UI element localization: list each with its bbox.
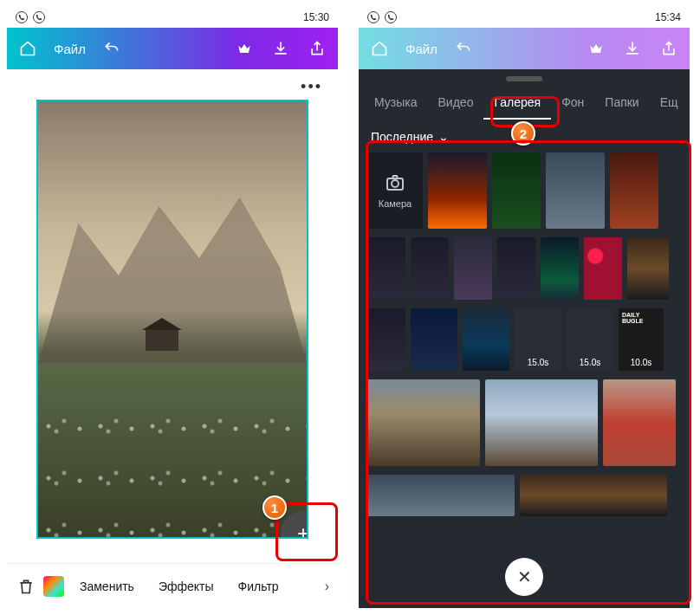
tab-music[interactable]: Музыка [364,87,428,120]
gallery-thumb[interactable] [603,379,676,466]
viber-icon [367,11,379,23]
gallery-thumb[interactable]: 15.0s [567,308,613,371]
close-button[interactable]: ✕ [505,558,543,596]
tab-folders[interactable]: Папки [594,87,649,120]
gallery-thumb[interactable] [411,237,449,300]
gallery-body: Последние ⌄ Камера [359,120,690,608]
chevron-down-icon: ⌄ [438,130,449,144]
gallery-thumb[interactable] [541,237,579,300]
chevron-right-icon[interactable]: › [325,579,329,594]
home-icon[interactable] [17,38,38,59]
gallery-thumb[interactable] [627,237,669,300]
crown-icon[interactable] [586,38,606,59]
tab-background[interactable]: Фон [551,87,594,120]
plus-icon: + [297,521,308,539]
gallery-thumb[interactable] [485,379,598,466]
trash-icon[interactable] [16,576,36,597]
app-toolbar: Файл [359,28,690,69]
gallery-thumb[interactable] [584,237,622,300]
more-icon[interactable]: ••• [7,69,338,100]
effects-button[interactable]: Эффекты [150,579,223,593]
editor-canvas-area: ••• + [7,69,338,563]
gallery-thumb[interactable] [367,475,515,516]
video-duration: 15.0s [515,358,561,367]
gallery-thumb[interactable] [497,237,535,300]
media-tabs: Музыка Видео Галерея Фон Папки Ещ [359,87,690,120]
gallery-filter-dropdown[interactable]: Последние ⌄ [367,130,681,144]
gallery-thumb[interactable] [454,237,492,300]
gallery-thumb[interactable] [520,475,667,516]
status-bar: 15:34 [359,7,690,28]
media-picker-panel: Музыка Видео Галерея Фон Папки Ещ Послед… [359,69,690,608]
file-menu[interactable]: Файл [54,42,86,56]
gallery-thumb[interactable] [546,152,605,229]
filter-button[interactable]: Фильтр [230,579,288,593]
close-icon: ✕ [517,566,532,587]
phone-screen-editor: 15:30 Файл ••• + Заменить Эффек [7,7,338,608]
undo-icon[interactable] [453,38,474,59]
design-canvas[interactable]: + [36,100,308,539]
viber-icon [33,11,45,23]
tab-more[interactable]: Ещ [650,87,689,120]
gallery-thumb[interactable]: 15.0s [515,308,561,371]
status-time: 15:34 [655,11,681,23]
color-picker-icon[interactable] [43,576,64,597]
tab-video[interactable]: Видео [428,87,484,120]
app-toolbar: Файл [7,28,338,69]
gallery-thumb[interactable] [367,379,480,466]
download-icon[interactable] [622,38,643,59]
undo-icon[interactable] [101,38,122,59]
gallery-thumb[interactable] [411,308,457,371]
video-duration: 15.0s [567,358,613,367]
tab-gallery[interactable]: Галерея [483,87,551,120]
bottom-toolbar: Заменить Эффекты Фильтр › [7,563,338,608]
camera-icon [385,172,405,193]
gallery-thumb[interactable] [367,308,405,371]
gallery-thumb[interactable] [428,152,487,229]
file-menu[interactable]: Файл [405,42,438,56]
home-icon[interactable] [369,38,390,59]
svg-point-1 [392,180,399,187]
camera-label: Камера [379,198,412,209]
gallery-thumb[interactable]: DAILY BUGLE10.0s [619,308,664,371]
phone-screen-gallery: 15:34 Файл Музыка Видео Галерея Фон Папк… [359,7,690,608]
download-icon[interactable] [270,38,291,59]
gallery-thumb[interactable] [463,308,509,371]
gallery-thumb[interactable] [610,152,658,229]
drag-handle[interactable] [506,76,542,81]
canvas-image [146,328,178,351]
crown-icon[interactable] [234,38,255,59]
status-time: 15:30 [303,11,329,23]
share-icon[interactable] [658,38,679,59]
filter-label: Последние [371,130,433,144]
camera-button[interactable]: Камера [367,152,423,229]
gallery-thumb[interactable] [367,237,405,300]
thumb-title: DAILY BUGLE [622,312,660,324]
share-icon[interactable] [307,38,327,59]
canvas-image [38,385,307,537]
status-bar: 15:30 [7,7,338,28]
viber-icon [385,11,397,23]
video-duration: 10.0s [619,358,664,367]
gallery-thumb[interactable] [492,152,541,229]
replace-button[interactable]: Заменить [71,579,143,593]
viber-icon [16,11,28,23]
